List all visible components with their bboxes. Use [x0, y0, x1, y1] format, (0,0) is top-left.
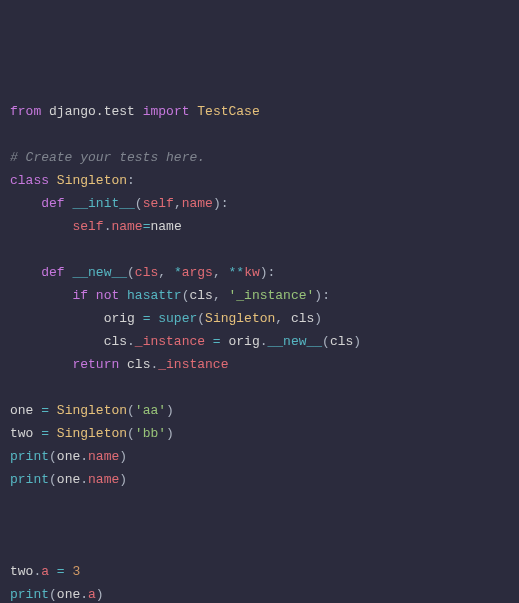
code-line: two = Singleton('bb'): [10, 422, 509, 445]
code-line: cls._instance = orig.__new__(cls): [10, 330, 509, 353]
code-line: return cls._instance: [10, 353, 509, 376]
code-line: [10, 238, 509, 261]
code-line: orig = super(Singleton, cls): [10, 307, 509, 330]
code-line: self.name=name: [10, 215, 509, 238]
code-line: [10, 537, 509, 560]
code-editor[interactable]: from django.test import TestCase# Create…: [10, 100, 509, 603]
code-line: print(one.name): [10, 468, 509, 491]
code-line: def __new__(cls, *args, **kw):: [10, 261, 509, 284]
code-line: if not hasattr(cls, '_instance'):: [10, 284, 509, 307]
code-line: print(one.name): [10, 445, 509, 468]
code-line: print(one.a): [10, 583, 509, 603]
code-line: class Singleton:: [10, 169, 509, 192]
code-line: one = Singleton('aa'): [10, 399, 509, 422]
code-line: [10, 123, 509, 146]
code-line: def __init__(self,name):: [10, 192, 509, 215]
code-line: [10, 491, 509, 514]
code-line: from django.test import TestCase: [10, 100, 509, 123]
code-line: # Create your tests here.: [10, 146, 509, 169]
code-line: [10, 376, 509, 399]
code-line: [10, 514, 509, 537]
code-line: two.a = 3: [10, 560, 509, 583]
